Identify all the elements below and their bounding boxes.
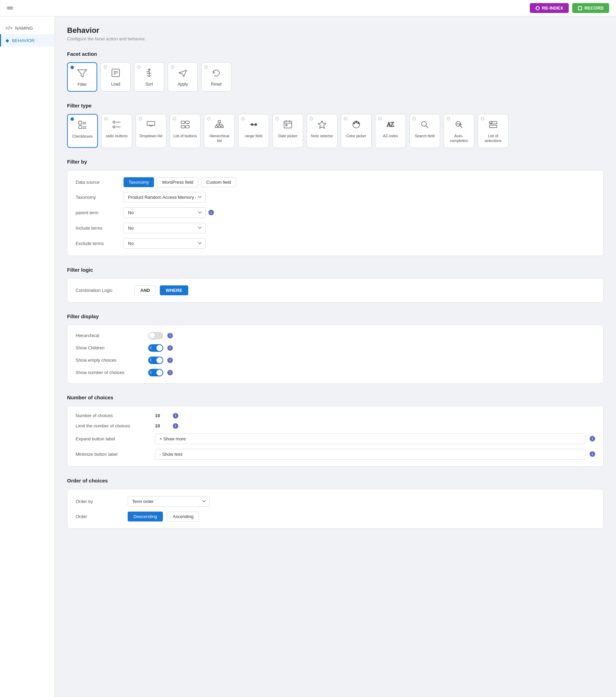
sort-icon xyxy=(144,67,155,79)
svg-rect-23 xyxy=(185,126,189,128)
tab-wordpress-field[interactable]: WordPress field xyxy=(157,177,198,187)
order-choices-title: Order of choices xyxy=(67,478,604,483)
parent-term-info[interactable]: i xyxy=(208,210,214,215)
exclude-terms-select[interactable]: No xyxy=(124,238,206,249)
show-number-toggle[interactable]: I xyxy=(148,369,163,376)
svg-rect-0 xyxy=(578,7,582,10)
facet-card-load[interactable]: Load xyxy=(101,62,131,92)
show-empty-info[interactable]: i xyxy=(167,358,173,363)
taxonomy-label: Taxonomy xyxy=(76,195,124,200)
note-selector-icon xyxy=(317,118,327,131)
order-by-row: Order by Term order xyxy=(76,496,595,507)
filter-type-listselections[interactable]: List of selections xyxy=(478,114,509,148)
record-button[interactable]: RECORD xyxy=(572,3,609,13)
list-buttons-icon xyxy=(180,118,190,131)
filter-range-label: range field xyxy=(245,133,262,138)
radio-reset xyxy=(204,65,208,69)
filter-listselections-label: List of selections xyxy=(481,133,505,143)
filter-colorpicker-label: Color picker xyxy=(346,133,367,138)
autocomplete-icon xyxy=(454,118,464,131)
filter-type-datepicker[interactable]: Date picker xyxy=(272,114,303,148)
datepicker-icon xyxy=(283,118,293,131)
expand-label-row: Expand button label i xyxy=(76,434,595,444)
include-terms-controls: No xyxy=(124,223,595,233)
hierarchical-display-row: Hierarchical i xyxy=(76,332,595,339)
filter-type-hierarchical[interactable]: Hierarchical list xyxy=(204,114,235,148)
filter-type-azindex[interactable]: AZ AZ-index xyxy=(375,114,406,148)
filter-by-panel: Data source Taxonomy WordPress field Cus… xyxy=(67,170,604,256)
parent-term-select[interactable]: No xyxy=(124,207,206,218)
minimize-label-input[interactable] xyxy=(155,449,586,460)
order-ascending-btn[interactable]: Ascending xyxy=(167,512,200,521)
facet-card-reset[interactable]: Reset xyxy=(201,62,231,92)
filter-type-checkboxes[interactable]: Checkboxes xyxy=(67,114,98,148)
limit-choices-info[interactable]: i xyxy=(173,423,178,429)
show-empty-row: Show empty choices I i xyxy=(76,357,595,364)
filter-type-dropdown[interactable]: Dropdown list xyxy=(136,114,166,148)
expand-label-input[interactable] xyxy=(155,434,586,444)
combination-logic-label: Combination Logic xyxy=(76,288,130,293)
search-field-icon xyxy=(420,118,429,131)
minimize-label-info[interactable]: i xyxy=(590,451,595,457)
svg-line-51 xyxy=(460,126,462,128)
sidebar: </> NAMING ◆ BEHAVIOR xyxy=(0,16,55,697)
filter-type-note[interactable]: Note selector xyxy=(307,114,337,148)
svg-point-16 xyxy=(113,126,115,128)
radio-apply xyxy=(171,65,174,69)
filter-checkboxes-label: Checkboxes xyxy=(72,134,93,139)
taxonomy-select[interactable]: Product Random Access Memory (RAM) xyxy=(124,192,206,203)
expand-label-info[interactable]: i xyxy=(590,436,595,441)
show-number-info[interactable]: i xyxy=(167,370,173,375)
sidebar-item-naming[interactable]: </> NAMING xyxy=(0,22,54,34)
logic-where-btn[interactable]: WHERE xyxy=(160,285,188,295)
logic-and-btn[interactable]: AND xyxy=(134,285,156,295)
azindex-icon: AZ xyxy=(386,118,395,131)
svg-point-34 xyxy=(251,124,253,126)
reindex-button[interactable]: RE-INDEX xyxy=(530,3,569,13)
svg-rect-36 xyxy=(284,121,292,128)
order-descending-btn[interactable]: Descending xyxy=(128,512,163,521)
data-source-row: Data source Taxonomy WordPress field Cus… xyxy=(76,177,595,187)
include-terms-row: Include terms No xyxy=(76,223,595,233)
filter-type-autocomplete[interactable]: Auto-completion xyxy=(444,114,474,148)
parent-term-label: parent term xyxy=(76,210,124,215)
facet-card-filter[interactable]: Filter xyxy=(67,62,97,92)
show-empty-toggle[interactable]: I xyxy=(148,357,163,364)
filter-autocomplete-label: Auto-completion xyxy=(447,133,471,143)
exclude-terms-label: Exclude terms xyxy=(76,241,124,246)
sidebar-item-behavior[interactable]: ◆ BEHAVIOR xyxy=(0,34,54,47)
filter-type-radio[interactable]: radio buttons xyxy=(101,114,132,148)
include-terms-label: Include terms xyxy=(76,225,124,231)
svg-rect-10 xyxy=(79,126,82,129)
svg-point-35 xyxy=(255,124,257,126)
include-terms-select[interactable]: No xyxy=(124,223,206,233)
filter-type-colorpicker[interactable]: Color picker xyxy=(341,114,372,148)
filter-radio-label: radio buttons xyxy=(106,133,128,138)
order-by-label: Order by xyxy=(76,499,124,504)
order-by-select[interactable]: Term order xyxy=(128,496,210,507)
sidebar-toggle-button[interactable] xyxy=(7,5,14,12)
tab-taxonomy[interactable]: Taxonomy xyxy=(124,177,154,187)
expand-label-lbl: Expand button label xyxy=(76,436,151,441)
filter-type-range[interactable]: range field xyxy=(238,114,269,148)
facet-apply-label: Apply xyxy=(178,82,188,87)
hierarchical-info[interactable]: i xyxy=(167,333,173,338)
top-bar-actions: RE-INDEX RECORD xyxy=(530,3,609,13)
svg-rect-25 xyxy=(215,126,218,128)
num-choices-label: Number of choices xyxy=(76,413,151,418)
show-number-label: Show number of choices xyxy=(76,370,144,375)
top-bar-left xyxy=(7,5,14,12)
filter-type-search[interactable]: Search field xyxy=(409,114,440,148)
facet-load-label: Load xyxy=(111,82,120,87)
filter-azindex-label: AZ-index xyxy=(383,133,398,138)
filter-type-listbtns[interactable]: List of buttons xyxy=(170,114,201,148)
show-children-info[interactable]: i xyxy=(167,345,173,351)
facet-card-sort[interactable]: Sort xyxy=(134,62,164,92)
show-children-toggle[interactable]: I xyxy=(148,344,163,352)
filter-dropdown-label: Dropdown list xyxy=(140,133,163,138)
facet-card-apply[interactable]: Apply xyxy=(168,62,198,92)
hierarchical-toggle[interactable] xyxy=(148,332,163,339)
num-choices-info[interactable]: i xyxy=(173,413,178,418)
show-children-row: Show Children I i xyxy=(76,344,595,352)
tab-custom-field[interactable]: Custom field xyxy=(201,177,236,187)
